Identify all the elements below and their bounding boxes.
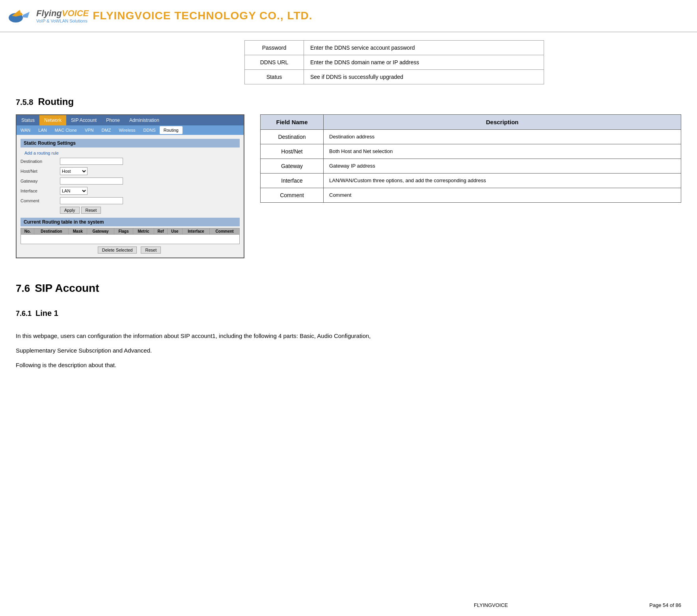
reset-button[interactable]: Reset	[81, 207, 101, 214]
field-name-cell: Host/Net	[261, 144, 324, 159]
sub-nav-item-vpn[interactable]: VPN	[81, 126, 98, 134]
svg-text:Voice Over IP: Voice Over IP	[10, 23, 28, 26]
ddns-label: Status	[245, 70, 304, 84]
sub-nav-item-dmz[interactable]: DMZ	[98, 126, 115, 134]
ddns-row: DDNS URL Enter the DDNS domain name or I…	[245, 55, 544, 70]
logo-flying-text: Flying	[36, 8, 62, 19]
ddns-label: DDNS URL	[245, 55, 304, 70]
routing-layout: StatusNetworkSIP AccountPhoneAdministrat…	[16, 114, 681, 258]
field-desc-cell: Comment	[324, 188, 681, 203]
col-ref: Ref	[154, 228, 167, 235]
col-mask: Mask	[69, 228, 87, 235]
col-gateway: Gateway	[87, 228, 114, 235]
footer-left	[16, 602, 333, 608]
section-76-heading: 7.6 SIP Account	[16, 282, 681, 302]
company-title: FLYINGVOICE TECHNOLOGY CO., LTD.	[93, 9, 312, 22]
field-row: Interface LAN/WAN/Custom three options, …	[261, 174, 681, 188]
logo-text-block: Flying VOICE VoIP & VoWLAN Solutions	[36, 8, 89, 23]
gateway-input[interactable]	[60, 177, 123, 185]
field-desc-cell: Gateway IP address	[324, 159, 681, 174]
ddns-desc: See if DDNS is successfully upgraded	[304, 70, 544, 84]
ddns-table-wrap: Password Enter the DDNS service account …	[244, 40, 681, 84]
field-row: Host/Net Both Host and Net selection	[261, 144, 681, 159]
field-row: Gateway Gateway IP address	[261, 159, 681, 174]
section-761-num: 7.6.1	[16, 310, 32, 318]
add-rule-label: Add a routing rule	[20, 151, 240, 155]
col-use: Use	[168, 228, 183, 235]
section-76: 7.6 SIP Account 7.6.1 Line 1 In this web…	[16, 282, 681, 370]
col-flags: Flags	[114, 228, 133, 235]
page-content: Password Enter the DDNS service account …	[0, 32, 697, 382]
sub-nav-item-routing[interactable]: Routing	[160, 126, 183, 134]
section-761-title: Line 1	[35, 309, 58, 318]
logo-area: Voice Over IP Flying VOICE VoIP & VoWLAN…	[8, 4, 89, 28]
section-758-title: Routing	[38, 96, 74, 107]
field-description-table: Field Name Description Destination Desti…	[260, 114, 681, 203]
logo-voice-text: VOICE	[62, 8, 89, 19]
body-text-2: Supplementary Service Subscription and A…	[16, 345, 681, 356]
field-row: Comment Comment	[261, 188, 681, 203]
logo-sub-text: VoIP & VoWLAN Solutions	[36, 19, 89, 23]
field-desc-cell: Destination address	[324, 130, 681, 144]
screen-body: Static Routing Settings Add a routing ru…	[17, 135, 244, 258]
sub-nav-item-mac-clone[interactable]: MAC Clone	[51, 126, 81, 134]
form-interface: Interface LAN WAN Custom	[20, 187, 240, 195]
sub-nav-item-ddns[interactable]: DDNS	[140, 126, 160, 134]
field-desc-cell: LAN/WAN/Custom three options, and add th…	[324, 174, 681, 188]
destination-input[interactable]	[60, 158, 123, 165]
section-761-heading: 7.6.1 Line 1	[16, 309, 681, 324]
page-header: Voice Over IP Flying VOICE VoIP & VoWLAN…	[0, 0, 697, 32]
ddns-table: Password Enter the DDNS service account …	[244, 40, 544, 84]
nav-bar: StatusNetworkSIP AccountPhoneAdministrat…	[17, 115, 244, 125]
sub-nav-item-lan[interactable]: LAN	[34, 126, 50, 134]
nav-item-sip-account[interactable]: SIP Account	[66, 115, 101, 125]
col-comment: Comment	[210, 228, 240, 235]
interface-select[interactable]: LAN WAN Custom	[60, 187, 88, 195]
sub-nav-item-wan[interactable]: WAN	[17, 126, 34, 134]
ddns-desc: Enter the DDNS service account password	[304, 41, 544, 55]
col-field-name: Field Name	[261, 115, 324, 130]
col-no: No.	[21, 228, 34, 235]
form-hostnet: Host/Net Host Net	[20, 167, 240, 175]
nav-item-status[interactable]: Status	[17, 115, 39, 125]
field-row: Destination Destination address	[261, 130, 681, 144]
field-name-cell: Comment	[261, 188, 324, 203]
routing-table-title: Current Routing table in the system	[20, 218, 240, 226]
body-text-1: In this webpage, users can configuration…	[16, 330, 681, 341]
nav-item-phone[interactable]: Phone	[101, 115, 125, 125]
static-routing-title: Static Routing Settings	[20, 139, 240, 147]
ddns-label: Password	[245, 41, 304, 55]
col-description: Description	[324, 115, 681, 130]
routing-table: No.DestinationMaskGatewayFlagsMetricRefU…	[20, 228, 240, 244]
screenshot-box: StatusNetworkSIP AccountPhoneAdministrat…	[16, 114, 244, 258]
section-758-num: 7.5.8	[16, 98, 33, 107]
form-destination: Destination	[20, 158, 240, 165]
field-table-wrap: Field Name Description Destination Desti…	[260, 114, 681, 258]
form-gateway: Gateway	[20, 177, 240, 185]
routing-table-buttons: Delete Selected Reset	[20, 246, 240, 254]
routing-table-section: Current Routing table in the system No.D…	[20, 218, 240, 254]
ddns-row: Password Enter the DDNS service account …	[245, 41, 544, 55]
nav-item-network[interactable]: Network	[39, 115, 66, 125]
apply-button[interactable]: Apply	[60, 207, 80, 214]
body-text-3: Following is the description about that.	[16, 360, 681, 370]
form-comment: Comment	[20, 197, 240, 204]
sub-nav-item-wireless[interactable]: Wireless	[115, 126, 139, 134]
reset-routing-button[interactable]: Reset	[141, 246, 161, 254]
ddns-desc: Enter the DDNS domain name or IP address	[304, 55, 544, 70]
col-interface: Interface	[182, 228, 210, 235]
footer-center: FLYINGVOICE	[333, 602, 650, 608]
nav-item-administration[interactable]: Administration	[125, 115, 164, 125]
col-metric: Metric	[133, 228, 154, 235]
sub-nav-bar: WANLANMAC CloneVPNDMZWirelessDDNSRouting	[17, 125, 244, 135]
page-footer: FLYINGVOICE Page 54 of 86	[0, 602, 697, 608]
section-758-heading: 7.5.8 Routing	[16, 96, 681, 107]
field-name-cell: Gateway	[261, 159, 324, 174]
bird-icon: Voice Over IP	[8, 4, 32, 28]
hostnet-select[interactable]: Host Net	[60, 167, 88, 175]
ddns-row: Status See if DDNS is successfully upgra…	[245, 70, 544, 84]
footer-right: Page 54 of 86	[649, 602, 681, 608]
table-row	[21, 235, 240, 244]
comment-input[interactable]	[60, 197, 123, 204]
delete-selected-button[interactable]: Delete Selected	[98, 246, 137, 254]
